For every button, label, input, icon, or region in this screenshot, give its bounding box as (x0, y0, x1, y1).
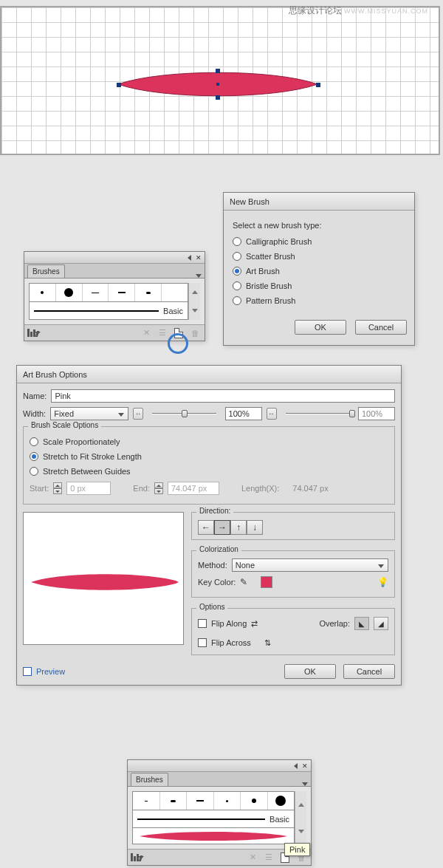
collapse-icon[interactable] (294, 763, 298, 769)
radio-stretch-guides[interactable]: Stretch Between Guides (30, 464, 388, 479)
width-label: Width: (23, 409, 46, 418)
width-slider-b (286, 409, 349, 419)
brushes-tab[interactable]: Brushes (131, 773, 168, 786)
brushes-tab[interactable]: Brushes (27, 264, 65, 278)
prompt-text: Select a new brush type: (233, 221, 405, 230)
new-brush-dialog: New Brush Select a new brush type: Calli… (223, 192, 415, 346)
tips-icon[interactable]: 💡 (377, 577, 388, 587)
cancel-button[interactable]: Cancel (355, 320, 407, 335)
basic-label: Basic (269, 815, 289, 824)
method-label: Method: (198, 561, 227, 570)
width-b-input: 100% (358, 407, 395, 420)
panel-chrome[interactable]: ✕ (24, 252, 205, 264)
anchor-right[interactable] (316, 83, 320, 87)
new-brush-button[interactable] (172, 327, 185, 340)
radio-stretch-fit[interactable]: Stretch to Fit Stroke Length (30, 449, 388, 464)
end-stepper (154, 482, 163, 494)
preview-checkbox[interactable] (23, 667, 32, 676)
scrollbar[interactable] (295, 791, 306, 844)
flip-across-icon: ⇅ (264, 638, 271, 648)
panel-menu-icon[interactable] (302, 782, 308, 786)
preview-label: Preview (36, 667, 65, 676)
overlap-label: Overlap: (319, 619, 350, 628)
scrollbar[interactable] (188, 283, 200, 320)
flip-along-icon: ⇄ (251, 619, 258, 629)
dir-right-button[interactable]: → (214, 520, 230, 535)
dialog-title[interactable]: New Brush (224, 193, 414, 211)
pink-brush-row[interactable] (132, 828, 295, 844)
method-select[interactable]: None (232, 558, 388, 572)
width-slider-a[interactable] (152, 409, 216, 419)
direction-group: Direction: ← → ↑ ↓ (191, 512, 395, 540)
radio-art[interactable]: Art Brush (233, 264, 405, 278)
preview-pink-shape (31, 572, 179, 592)
preview-pane (23, 512, 184, 645)
scale-options-group: Brush Scale Options Scale Proportionatel… (23, 426, 395, 505)
keycolor-label: Key Color: (198, 578, 236, 587)
radio-calligraphic[interactable]: Calligraphic Brush (233, 234, 405, 249)
basic-brush-row[interactable]: Basic (132, 810, 295, 828)
keycolor-swatch[interactable] (261, 576, 272, 588)
options-group: Options Flip Along ⇄ Overlap: ◣ ◢ Flip A… (191, 608, 395, 655)
brushes-panel-result: ✕ Brushes Basic (127, 759, 312, 866)
collapse-icon[interactable] (188, 255, 191, 261)
options-icon: ☰ (156, 327, 169, 340)
panel-menu-icon[interactable] (196, 274, 202, 278)
start-stepper (53, 482, 62, 494)
remove-stroke-icon: ✕ (246, 851, 259, 864)
panel-chrome[interactable]: ✕ (128, 760, 311, 772)
options-icon: ☰ (262, 851, 275, 864)
width-a-input[interactable]: 100% (225, 407, 262, 420)
design-canvas[interactable]: 思缘设计论坛 WWW.MISSYUAN.COM (0, 6, 440, 155)
brush-presets-row[interactable] (29, 283, 188, 302)
anchor-left[interactable] (117, 83, 121, 87)
library-menu[interactable] (131, 851, 144, 864)
brushes-panel: ✕ Brushes Basic (24, 251, 205, 341)
lengthx-value: 74.047 px (292, 484, 328, 493)
flip-across-checkbox[interactable]: Flip Across ⇅ (198, 635, 388, 650)
watermark-url: WWW.MISSYUAN.COM (344, 7, 428, 15)
width-type-select[interactable]: Fixed (50, 407, 128, 420)
name-input[interactable]: Pink (51, 389, 395, 403)
library-menu[interactable] (27, 327, 41, 340)
dir-left-button[interactable]: ← (198, 520, 214, 535)
art-brush-options-dialog: Art Brush Options Name: Pink Width: Fixe… (16, 365, 402, 686)
overlap-corner-button[interactable]: ◣ (354, 617, 369, 630)
start-input: 0 px (66, 482, 111, 495)
radio-scatter[interactable]: Scatter Brush (233, 249, 405, 264)
dialog-title[interactable]: Art Brush Options (17, 366, 401, 383)
anchor-bottom[interactable] (216, 95, 220, 100)
close-icon[interactable]: ✕ (196, 254, 202, 262)
brush-tooltip: Pink (284, 843, 310, 856)
start-label: Start: (30, 484, 49, 493)
end-input: 74.047 px (168, 482, 219, 495)
colorization-group: Colorization Method: None Key Color: ✎ 💡 (191, 550, 395, 598)
anchor-top[interactable] (216, 69, 220, 73)
remove-stroke-icon: ✕ (140, 327, 153, 340)
name-label: Name: (23, 392, 47, 400)
radio-pattern[interactable]: Pattern Brush (233, 293, 405, 308)
cancel-button[interactable]: Cancel (343, 664, 395, 679)
close-icon[interactable]: ✕ (302, 762, 308, 770)
flip-width-icon-a[interactable]: ↔ (133, 408, 143, 420)
basic-label: Basic (163, 307, 183, 315)
flip-width-icon-b: ↔ (267, 408, 277, 420)
brush-presets-row[interactable] (132, 791, 295, 810)
basic-brush-row[interactable]: Basic (29, 302, 188, 320)
anchor-center[interactable] (216, 83, 219, 86)
end-label: End: (133, 484, 150, 493)
ok-button[interactable]: OK (295, 320, 346, 335)
eyedropper-icon[interactable]: ✎ (240, 577, 247, 587)
radio-bristle[interactable]: Bristle Brush (233, 278, 405, 293)
watermark-text: 思缘设计论坛 (289, 5, 342, 16)
new-page-icon (174, 328, 183, 338)
ok-button[interactable]: OK (284, 664, 336, 679)
dir-down-button[interactable]: ↓ (247, 520, 263, 535)
trash-icon: 🗑 (188, 327, 202, 340)
flip-along-checkbox[interactable]: Flip Along (198, 616, 247, 631)
radio-scale-proportionately[interactable]: Scale Proportionately (30, 434, 388, 449)
dir-up-button[interactable]: ↑ (230, 520, 247, 535)
watermark: 思缘设计论坛 WWW.MISSYUAN.COM (289, 4, 428, 17)
lengthx-label: Length(X): (241, 484, 279, 493)
overlap-overlap-button[interactable]: ◢ (374, 617, 388, 630)
